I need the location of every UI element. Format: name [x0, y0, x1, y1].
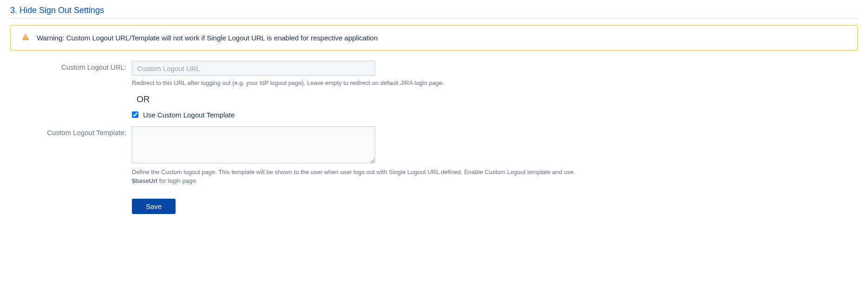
- warning-text: Warning: Custom Logout URL/Template will…: [37, 34, 378, 42]
- custom-logout-template-textarea[interactable]: [132, 126, 375, 163]
- custom-logout-url-label: Custom Logout URL:: [10, 61, 132, 71]
- template-help-post: for login page.: [157, 177, 197, 184]
- use-template-checkbox-row: Use Custom Logout Template: [132, 111, 587, 119]
- custom-logout-template-help: Define the Custom logout page. This temp…: [132, 168, 587, 186]
- svg-rect-1: [25, 39, 26, 39]
- use-custom-logout-template-label: Use Custom Logout Template: [143, 111, 235, 119]
- template-help-pre: Define the Custom logout page. This temp…: [132, 169, 574, 175]
- custom-logout-url-help: Redirect to this URL after logging out (…: [132, 78, 587, 88]
- custom-logout-template-label: Custom Logout Template:: [10, 126, 132, 136]
- custom-logout-url-input[interactable]: [132, 61, 375, 76]
- save-button[interactable]: Save: [132, 199, 176, 214]
- warning-triangle-icon: [22, 33, 29, 42]
- section-title: 3. Hide Sign Out Settings: [10, 6, 858, 19]
- svg-rect-0: [25, 36, 26, 38]
- warning-banner: Warning: Custom Logout URL/Template will…: [10, 25, 858, 51]
- custom-logout-template-row: Custom Logout Template: Define the Custo…: [10, 126, 858, 214]
- use-custom-logout-template-checkbox[interactable]: [132, 111, 138, 118]
- custom-logout-url-row: Custom Logout URL: Redirect to this URL …: [10, 61, 858, 123]
- or-separator: OR: [137, 94, 587, 104]
- template-help-baseurl: $baseUrl: [132, 177, 157, 184]
